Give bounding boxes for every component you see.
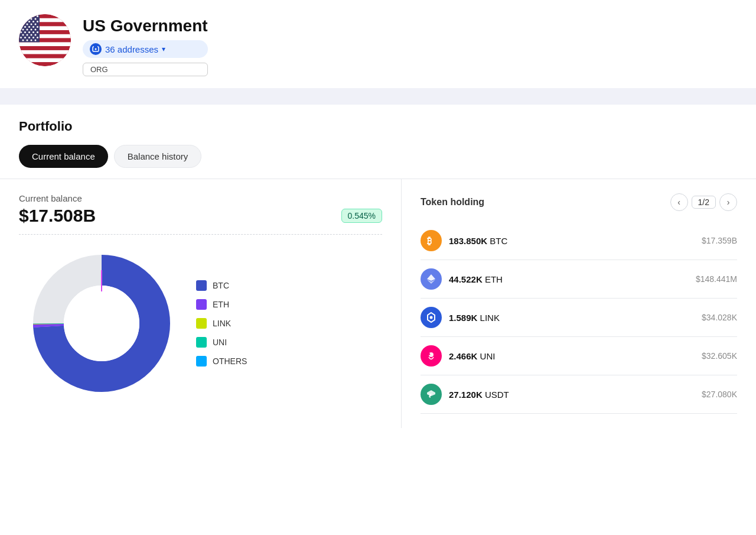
token-value-btc: $17.359B: [702, 236, 737, 245]
svg-point-53: [24, 37, 26, 38]
svg-point-60: [35, 40, 37, 41]
svg-point-20: [37, 15, 38, 17]
flag-avatar: [19, 14, 71, 66]
token-icon-eth: [421, 268, 442, 290]
svg-point-25: [20, 21, 22, 22]
svg-point-63: [95, 48, 97, 50]
addresses-button[interactable]: 36 addresses ▾: [83, 40, 208, 58]
svg-point-51: [35, 34, 37, 36]
balance-row: $17.508B 0.545%: [19, 206, 382, 226]
chevron-down-icon: ▾: [162, 45, 165, 53]
legend-item-btc: BTC: [196, 280, 247, 291]
main-grid: Current balance $17.508B 0.545%: [0, 179, 756, 428]
svg-point-23: [31, 18, 32, 20]
svg-text:₿: ₿: [427, 236, 432, 246]
legend-label-link: LINK: [213, 319, 231, 328]
svg-point-43: [20, 31, 22, 33]
svg-point-56: [37, 37, 38, 38]
tab-current-balance[interactable]: Current balance: [19, 145, 108, 168]
svg-point-36: [28, 26, 30, 28]
svg-point-75: [430, 316, 433, 319]
token-row-usdt: ₮ 27.120K USDT $27.080K: [421, 375, 737, 414]
legend-label-uni: UNI: [213, 338, 227, 347]
chart-area: BTC ETH LINK UNI OTHERS: [19, 247, 382, 406]
token-icon-uni: [421, 345, 442, 367]
portfolio-title: Portfolio: [19, 119, 737, 134]
token-amount-eth: 44.522K ETH: [449, 274, 689, 284]
svg-point-39: [22, 29, 24, 31]
token-header: Token holding ‹ 1/2 ›: [421, 193, 737, 211]
entity-title: US Government: [83, 17, 208, 35]
page-indicator: 1/2: [692, 196, 716, 209]
svg-point-47: [37, 31, 38, 33]
legend-label-btc: BTC: [213, 281, 229, 290]
svg-point-55: [32, 37, 34, 38]
header: US Government 36 addresses ▾ ORG: [0, 0, 756, 88]
svg-rect-10: [19, 46, 71, 50]
svg-point-38: [37, 26, 38, 28]
token-icon-link: [421, 307, 442, 328]
svg-point-57: [22, 40, 24, 41]
svg-rect-12: [19, 54, 71, 59]
page-next-button[interactable]: ›: [719, 193, 737, 211]
legend-item-uni: UNI: [196, 337, 247, 348]
token-amount-usdt: 27.120K USDT: [449, 390, 695, 400]
token-row-uni: 2.466K UNI $32.605K: [421, 337, 737, 375]
svg-rect-62: [94, 46, 97, 48]
svg-point-24: [35, 18, 37, 20]
token-icon-btc: ₿: [421, 230, 442, 251]
legend: BTC ETH LINK UNI OTHERS: [196, 280, 247, 367]
legend-color-uni: [196, 337, 207, 348]
svg-point-17: [24, 15, 26, 17]
token-holding-title: Token holding: [421, 197, 484, 207]
svg-rect-14: [19, 62, 71, 66]
svg-point-31: [27, 24, 28, 25]
svg-point-19: [32, 15, 34, 17]
balance-pct: 0.545%: [341, 209, 382, 223]
svg-point-49: [27, 34, 28, 36]
svg-point-44: [24, 31, 26, 33]
token-row-btc: ₿ 183.850K BTC $17.359B: [421, 222, 737, 260]
token-icon-usdt: ₮: [421, 384, 442, 405]
legend-color-btc: [196, 280, 207, 291]
legend-color-others: [196, 356, 207, 367]
svg-point-35: [24, 26, 26, 28]
svg-point-30: [22, 24, 24, 25]
svg-point-42: [35, 29, 37, 31]
legend-item-others: OTHERS: [196, 356, 247, 367]
legend-color-eth: [196, 299, 207, 310]
svg-point-21: [22, 18, 24, 20]
svg-point-32: [31, 24, 32, 25]
svg-point-34: [20, 26, 22, 28]
legend-label-eth: ETH: [213, 300, 229, 309]
section-divider: [0, 88, 756, 105]
token-row-eth: 44.522K ETH $148.441M: [421, 260, 737, 299]
tab-balance-history[interactable]: Balance history: [114, 145, 202, 168]
portfolio-section: Portfolio Current balance Balance histor…: [0, 105, 756, 168]
pagination: ‹ 1/2 ›: [670, 193, 737, 211]
svg-rect-2: [19, 14, 71, 18]
page-prev-button[interactable]: ‹: [670, 193, 688, 211]
svg-point-37: [32, 26, 34, 28]
balance-divider: [19, 234, 382, 235]
svg-point-27: [28, 21, 30, 22]
legend-item-eth: ETH: [196, 299, 247, 310]
left-panel: Current balance $17.508B 0.545%: [0, 179, 402, 428]
svg-point-33: [35, 24, 37, 25]
svg-marker-73: [427, 274, 435, 281]
svg-point-46: [32, 31, 34, 33]
addresses-icon: [90, 43, 102, 55]
svg-point-28: [32, 21, 34, 22]
svg-point-26: [24, 21, 26, 22]
svg-point-52: [20, 37, 22, 38]
svg-point-18: [28, 15, 30, 17]
svg-text:₮: ₮: [428, 393, 432, 399]
svg-point-45: [28, 31, 30, 33]
svg-point-48: [22, 34, 24, 36]
donut-chart: [31, 252, 172, 394]
org-badge: ORG: [83, 63, 208, 76]
token-amount-btc: 183.850K BTC: [449, 236, 695, 246]
token-amount-link: 1.589K LINK: [449, 313, 695, 323]
right-panel: Token holding ‹ 1/2 › ₿ 183.850K BTC $17…: [402, 179, 756, 428]
svg-point-58: [27, 40, 28, 41]
